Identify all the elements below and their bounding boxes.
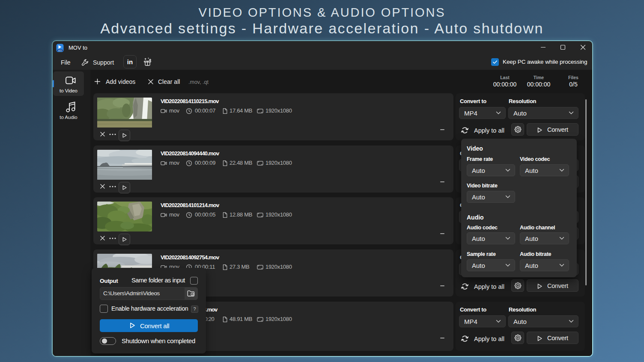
svg-text:MOV: MOV [58, 50, 62, 52]
